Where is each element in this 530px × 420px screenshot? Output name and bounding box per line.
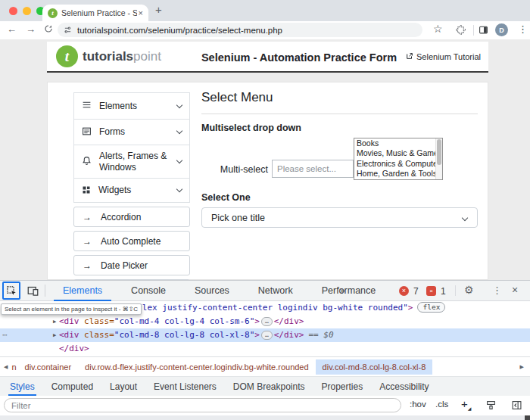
styles-tab-event-listeners[interactable]: Event Listeners [145, 377, 225, 396]
arrow-right-icon: → [83, 212, 92, 222]
tag-token: > [254, 330, 260, 340]
collapsed-content-icon[interactable]: … [261, 317, 273, 326]
form-icon [82, 126, 92, 139]
device-toolbar-icon[interactable] [25, 283, 40, 298]
sidebar-item-elements[interactable]: Elements [74, 93, 189, 120]
browser-toolbar: ← → tutorialspoint.com/selenium/practice… [0, 21, 530, 39]
devtools-tab-elements[interactable]: Elements [48, 281, 117, 300]
new-style-rule-button[interactable]: +◢ [461, 397, 471, 411]
new-tab-button[interactable]: + [155, 3, 162, 16]
chevron-down-icon [462, 215, 468, 221]
styles-tab-computed[interactable]: Computed [43, 377, 101, 396]
tutorialspoint-logo-icon[interactable]: t [56, 45, 78, 67]
elements-tree: ▼<div class="row d-flex justify-content-… [0, 301, 530, 356]
devtools-tab-network[interactable]: Network [244, 281, 307, 300]
expand-toggle-icon[interactable]: ▶ [50, 328, 59, 342]
devtools-tab-performance[interactable]: Performance [307, 281, 391, 300]
side-panel-icon[interactable] [479, 24, 488, 38]
attr-token: class= [80, 330, 114, 340]
listbox-option[interactable]: Books [354, 138, 442, 148]
browser-menu-icon[interactable]: ⋮ [518, 23, 528, 35]
devtools-settings-gear-icon[interactable]: ⚙ [464, 284, 474, 296]
flex-badge[interactable]: flex [417, 302, 445, 313]
console-error-count[interactable]: 7 [413, 286, 419, 297]
external-link-icon [406, 52, 413, 61]
rendering-emulation-icon[interactable] [486, 400, 496, 412]
multiselect-listbox[interactable]: Books Movies, Music & Games Electronics … [354, 138, 443, 180]
back-icon[interactable]: ← [7, 23, 17, 35]
browser-tab[interactable]: t Selenium Practice - Select M × [42, 5, 148, 21]
devtools-toolbar: Elements Console Sources Network Perform… [0, 281, 530, 301]
sidebar-button-accordion[interactable]: →Accordion [73, 207, 190, 227]
styles-tab-dom-breakpoints[interactable]: DOM Breakpoints [225, 377, 313, 396]
bell-icon [82, 155, 92, 169]
profile-avatar[interactable]: D [495, 23, 508, 36]
more-tabs-icon[interactable]: » [340, 285, 344, 296]
listbox-scroll-thumb[interactable] [437, 139, 441, 165]
dropdown-corner-icon: ◢ [468, 406, 472, 411]
console-error-icon[interactable]: × [399, 286, 409, 296]
inspect-element-button[interactable] [2, 282, 20, 300]
breadcrumb-item[interactable]: div.container [18, 359, 79, 375]
tab-strip: t Selenium Practice - Select M × + [0, 0, 530, 21]
page-viewport: t tutorialspoint Selenium - Automation P… [0, 39, 530, 280]
panel-heading: Select Menu [201, 90, 478, 105]
sidebar-item-alerts-frames-windows[interactable]: Alerts, Frames & Windows [74, 145, 189, 179]
expand-toggle-icon[interactable]: ▶ [50, 315, 59, 328]
forward-icon[interactable]: → [26, 23, 36, 35]
breadcrumb-item[interactable]: div.row.d-flex.justify-content-center.lo… [78, 359, 316, 375]
listbox-option[interactable]: Home, Garden & Tools [354, 169, 442, 179]
toggle-element-state-button[interactable]: :hov [410, 400, 426, 409]
resize-corner[interactable] [525, 415, 530, 420]
collapsed-content-icon[interactable]: … [261, 331, 273, 340]
plus-icon: + [461, 397, 468, 410]
devtools-tab-console[interactable]: Console [117, 281, 180, 300]
extensions-icon[interactable] [456, 24, 466, 38]
select-one-label: Select One [201, 192, 478, 203]
element-classes-button[interactable]: .cls [435, 400, 448, 409]
inspect-cursor-icon [6, 285, 17, 297]
styles-tab-properties[interactable]: Properties [313, 377, 372, 396]
breadcrumb-item-selected[interactable]: div.col-md-8.col-lg-8.col-xl-8 [316, 359, 433, 375]
styles-tab-styles[interactable]: Styles [2, 377, 43, 396]
issues-icon[interactable]: × [426, 286, 436, 296]
site-info-icon[interactable] [64, 23, 72, 37]
window-minimize-light[interactable] [23, 7, 31, 15]
breadcrumb-scroll-left-icon[interactable]: ◀ [0, 364, 11, 370]
breadcrumb-item-truncated[interactable]: n [11, 362, 16, 372]
devtools-menu-icon[interactable]: ⋮ [492, 285, 502, 296]
dom-node-row[interactable]: </div> [0, 342, 530, 356]
sidebar-toggle-icon[interactable] [512, 400, 522, 412]
devtools-tab-sources[interactable]: Sources [180, 281, 244, 300]
address-bar[interactable]: tutorialspoint.com/selenium/practice/sel… [58, 23, 422, 37]
reload-icon[interactable] [44, 24, 53, 36]
chevron-down-icon [176, 128, 182, 134]
listbox-option[interactable]: Electronics & Computers [354, 159, 442, 169]
selenium-tutorial-link[interactable]: Selenium Tutorial [406, 52, 481, 61]
bookmark-star-icon[interactable]: ☆ [433, 23, 443, 35]
devtools-close-icon[interactable]: × [512, 284, 518, 296]
listbox-scrollbar[interactable] [435, 138, 442, 179]
issues-count[interactable]: 1 [441, 286, 446, 297]
styles-tab-layout[interactable]: Layout [101, 377, 145, 396]
multiselect-input[interactable] [272, 160, 354, 178]
sidebar-item-widgets[interactable]: Widgets [74, 179, 189, 203]
tutorialspoint-favicon-icon: t [48, 8, 58, 18]
dom-node-row[interactable]: ▶<div class="col-md-4 col-lg-4 col-sm-6"… [0, 315, 530, 328]
select-one-dropdown[interactable]: Pick one title [201, 207, 478, 228]
window-close-light[interactable] [9, 7, 17, 15]
tab-close-icon[interactable]: × [139, 8, 143, 17]
devtools-panel: Elements Console Sources Network Perform… [0, 280, 530, 420]
styles-filter-input[interactable] [4, 398, 401, 412]
breadcrumb-scroll-right-icon[interactable]: ▶ [516, 364, 528, 370]
node-options-icon[interactable]: ⋯ [2, 328, 8, 342]
sidebar-button-auto-complete[interactable]: →Auto Complete [73, 231, 190, 251]
sidebar-item-forms[interactable]: Forms [74, 120, 189, 145]
multiselect-field-label: Multi-select [201, 164, 268, 175]
sidebar-button-date-picker[interactable]: →Date Picker [73, 255, 190, 275]
listbox-option[interactable]: Movies, Music & Games [354, 148, 442, 158]
sidebar-accordion: Elements Forms Alerts, Frames & Windows … [73, 92, 190, 203]
dom-node-row-selected[interactable]: ⋯▶<div class="col-md-8 col-lg-8 col-xl-8… [0, 328, 530, 342]
sidebar-item-label: Widgets [98, 185, 131, 196]
styles-tab-accessibility[interactable]: Accessibility [371, 377, 437, 396]
